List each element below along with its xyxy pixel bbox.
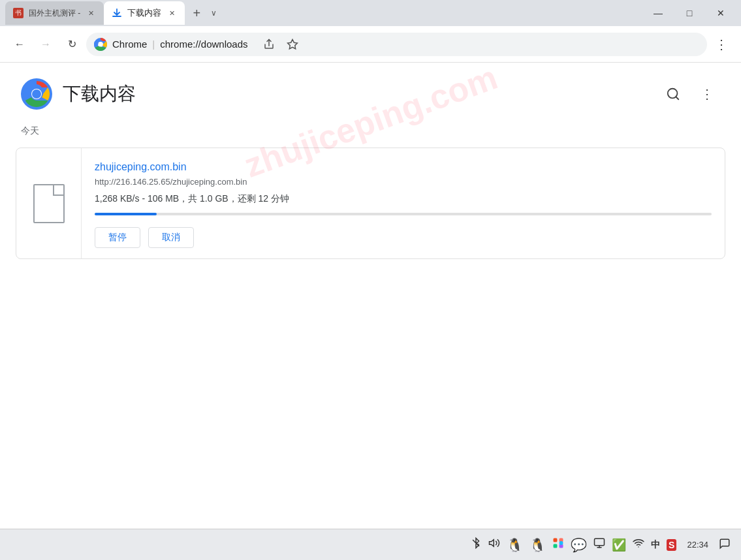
page-header-actions: ⋮ [660,81,720,107]
check-icon[interactable]: ✅ [612,538,626,552]
ime-icon[interactable]: 中 [651,539,660,551]
close-button[interactable]: ✕ [706,3,736,23]
notification-icon[interactable] [719,538,731,552]
reload-button[interactable]: ↻ [60,33,84,56]
tab-active-title: 下载内容 [127,7,161,19]
cancel-button[interactable]: 取消 [148,227,194,248]
browser-more-button[interactable]: ⋮ [710,33,733,56]
bluetooth-icon[interactable] [470,537,482,552]
svg-point-2 [99,42,102,46]
restore-button[interactable]: □ [674,3,704,23]
page-title-area: 下载内容 [21,78,136,110]
progress-bar-fill [95,213,157,215]
tab-active[interactable]: 下载内容 ✕ [104,1,185,25]
downloads-page: zhujiceping.com 下载内容 [0,63,741,529]
page-title: 下载内容 [63,82,136,106]
back-button[interactable]: ← [8,33,31,56]
tab-overflow-button[interactable]: ∨ [211,8,217,18]
svg-line-9 [676,97,678,99]
download-filename[interactable]: zhujiceping.com.bin [95,161,712,173]
qq2-icon[interactable]: 🐧 [529,537,546,553]
svg-rect-11 [554,538,558,542]
section-today-label: 今天 [0,120,741,142]
taskbar: 🐧 🐧 💬 ✅ [0,529,741,560]
download-info: zhujiceping.com.bin http://216.146.25.65… [82,148,725,258]
svg-rect-13 [554,544,558,548]
address-separator: | [152,39,155,50]
forward-button[interactable]: → [34,33,57,56]
sogou-icon[interactable]: S [667,539,676,551]
tab-inactive-favicon: 书 [13,8,24,18]
qq1-icon[interactable]: 🐧 [507,537,523,553]
title-bar: 书 国外主机测评 - ✕ 下载内容 ✕ + ∨ — □ ✕ [0,0,741,26]
display-icon[interactable] [593,537,605,552]
address-bar[interactable]: Chrome | chrome://downloads [86,33,707,56]
search-downloads-button[interactable] [660,81,686,107]
tab-active-close-button[interactable]: ✕ [166,8,177,18]
minimize-button[interactable]: — [643,3,673,23]
pause-button[interactable]: 暂停 [95,227,140,248]
svg-rect-16 [595,538,605,546]
taskbar-time: 22:34 [687,540,708,550]
address-bar-chrome-text: Chrome | chrome://downloads [112,39,248,50]
downloads-more-button[interactable]: ⋮ [694,81,720,107]
bookmark-button[interactable] [282,34,303,55]
tab-inactive[interactable]: 书 国外主机测评 - ✕ [5,1,104,25]
chrome-logo [21,78,52,110]
chrome-favicon-icon [94,38,107,51]
svg-marker-10 [490,540,494,547]
address-url: chrome://downloads [160,39,247,50]
svg-marker-4 [287,39,297,48]
volume-icon[interactable] [488,537,500,552]
chrome-label: Chrome [112,39,147,50]
window-controls: — □ ✕ [643,3,736,23]
new-tab-button[interactable]: + [187,4,206,22]
share-button[interactable] [259,34,279,55]
tab-inactive-title: 国外主机测评 - [29,8,80,19]
svg-point-15 [560,541,563,545]
download-item: zhujiceping.com.bin http://216.146.25.65… [16,148,725,259]
progress-bar [95,213,712,215]
wechat-icon[interactable]: 💬 [571,537,587,553]
taskbar-icons: 🐧 🐧 💬 ✅ [470,537,676,553]
download-icon-area [16,148,82,258]
download-url: http://216.146.25.65/zhujiceping.com.bin [95,177,712,187]
navigation-bar: ← → ↻ Chrome | chrome://downloads [0,26,741,63]
tab-active-favicon [112,8,122,18]
page-header: 下载内容 ⋮ [0,63,741,120]
browser-window: 书 国外主机测评 - ✕ 下载内容 ✕ + ∨ — □ ✕ ← → ↻ [0,0,741,560]
download-actions: 暂停 取消 [95,227,712,248]
wifi-icon[interactable] [633,537,644,552]
download-speed-info: 1,268 KB/s - 106 MB，共 1.0 GB，还剩 12 分钟 [95,193,712,205]
svg-point-7 [32,89,41,99]
tab-inactive-close-button[interactable]: ✕ [86,8,96,18]
address-bar-actions [259,34,303,55]
file-icon [33,184,65,223]
figma-icon[interactable] [552,537,564,552]
